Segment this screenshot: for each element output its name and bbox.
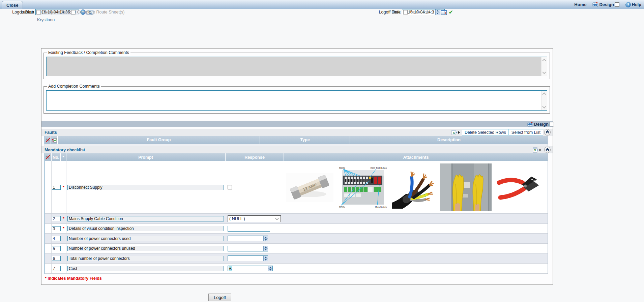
design-bar-checkbox[interactable] <box>550 122 554 126</box>
collapse-faults-icon[interactable] <box>544 129 551 135</box>
expand-arrow-icon[interactable] <box>539 149 541 151</box>
mandatory-star: * <box>61 214 66 223</box>
mandatory-star <box>61 244 66 253</box>
complete-route-checkbox[interactable] <box>71 10 76 14</box>
excel-export-icon[interactable]: X <box>533 147 539 153</box>
design-icon <box>592 2 598 7</box>
response-number-input[interactable] <box>228 236 268 241</box>
svg-text:RCD Test Button: RCD Test Button <box>371 167 387 169</box>
svg-text:X: X <box>453 131 455 134</box>
logon-date-label: Logon Date <box>0 10 35 14</box>
complete-route-label: Complete Route Sheet(s) <box>77 10 124 14</box>
add-comments-textarea[interactable] <box>46 90 547 111</box>
number-spinner[interactable] <box>263 246 268 251</box>
mandatory-fields-note: * Indicates Mandatory Fields <box>41 274 553 284</box>
checklist-row-6: 6 <box>45 253 548 264</box>
header-form: Labour ? Krystiano Job Logon Date Comple… <box>0 9 644 48</box>
collapse-checklist-icon[interactable] <box>544 147 551 153</box>
prompt-input[interactable] <box>67 266 224 271</box>
number-spinner[interactable] <box>263 256 268 261</box>
prompt-input[interactable] <box>67 236 224 241</box>
main-panel: Existing Feedback / Completion Comments … <box>41 48 553 285</box>
prompt-input[interactable] <box>67 216 224 221</box>
checklist-grid: No. * Prompt Response Attachments 1 * <box>45 153 548 274</box>
complete-task-checkbox[interactable] <box>36 10 41 14</box>
checklist-col-response[interactable]: Response <box>226 153 284 161</box>
attachment-fuse-photo[interactable]: 13 AMP <box>286 173 333 202</box>
response-currency-input[interactable]: £ <box>228 266 273 271</box>
faults-col-type[interactable]: Type <box>260 136 350 144</box>
home-link[interactable]: Home <box>574 2 586 7</box>
attachment-wire-strippers-photo[interactable] <box>494 172 542 203</box>
response-select[interactable]: ( NULL ) <box>228 215 281 222</box>
checklist-row-1: 1 * 13 AMP <box>45 161 548 214</box>
select-rows-icon[interactable] <box>51 136 58 144</box>
topbar-links: Home Design ? Help <box>574 0 641 9</box>
attachment-insulated-gloves-photo[interactable] <box>440 163 492 211</box>
prompt-input[interactable] <box>67 226 224 231</box>
close-button[interactable]: Close <box>2 1 23 9</box>
help-link[interactable]: Help <box>632 2 641 7</box>
complete-task-label: Complete Task <box>42 10 70 14</box>
existing-comments-fieldset: Existing Feedback / Completion Comments <box>43 50 550 79</box>
row-number[interactable]: 5 <box>52 246 61 251</box>
row-number[interactable]: 4 <box>52 236 61 241</box>
chevron-down-icon <box>275 216 279 220</box>
row-number[interactable]: 3 <box>52 226 61 231</box>
response-number-input[interactable] <box>228 246 268 251</box>
design-bar: Design <box>41 121 553 127</box>
checklist-row-3: 3 * <box>45 224 548 234</box>
selected-text: £ <box>229 266 232 271</box>
design-bar-label[interactable]: Design <box>534 122 549 127</box>
logoff-button[interactable]: Logoff <box>208 294 231 301</box>
row-number[interactable]: 1 <box>52 185 61 190</box>
response-text-input[interactable] <box>228 226 270 232</box>
response-checkbox[interactable] <box>228 185 232 189</box>
date-valid-check-icon: ✔ <box>449 9 453 15</box>
checklist-col-no[interactable]: No. <box>52 153 61 161</box>
number-spinner[interactable] <box>268 266 272 271</box>
response-number-input[interactable] <box>228 255 268 261</box>
delete-selected-rows-button[interactable]: Delete Selected Rows <box>462 129 509 135</box>
checklist-col-star: * <box>61 153 66 161</box>
checklist-col-prompt[interactable]: Prompt <box>66 153 226 161</box>
attachment-consumer-unit-diagram[interactable]: MCBs RCD Test Button RCDs Main Switch <box>336 166 389 209</box>
labour-display-name: Krystiano <box>37 18 55 22</box>
number-spinner[interactable] <box>263 236 268 241</box>
prompt-input[interactable] <box>67 246 224 251</box>
retain-job-label: Retain Job <box>409 10 429 14</box>
svg-text:X: X <box>534 149 536 152</box>
sort-disabled-icon <box>45 153 52 161</box>
checklist-row-5: 5 <box>45 244 548 253</box>
scrollbar[interactable] <box>541 57 547 76</box>
sort-disabled-icon <box>45 136 51 144</box>
expand-arrow-icon[interactable] <box>458 131 460 134</box>
add-comments-legend: Add Completion Comments <box>47 84 101 89</box>
mandatory-star: * <box>61 161 66 213</box>
prompt-input[interactable] <box>67 185 224 190</box>
retain-job-checkbox[interactable] <box>403 10 408 14</box>
checklist-row-2: 2 * ( NULL ) <box>45 214 548 224</box>
checklist-col-attachments[interactable]: Attachments <box>284 153 548 161</box>
scrollbar[interactable] <box>541 91 547 110</box>
row-number[interactable]: 6 <box>52 256 61 261</box>
help-icon: ? <box>625 2 631 7</box>
svg-text:RCDs: RCDs <box>339 206 345 208</box>
logoff-date-spinner[interactable] <box>435 9 440 15</box>
select-from-list-button[interactable]: Select from List <box>509 129 543 135</box>
calendar-icon[interactable] <box>441 9 447 15</box>
mandatory-star: * <box>61 224 66 233</box>
faults-col-description[interactable]: Description <box>350 136 548 144</box>
faults-title: Faults <box>45 130 57 135</box>
row-number[interactable]: 2 <box>52 216 61 221</box>
attachment-cable-photo[interactable] <box>392 166 437 209</box>
faults-col-fault-group[interactable]: Fault Group <box>58 136 260 144</box>
mandatory-star <box>61 234 66 243</box>
svg-text:Main Switch: Main Switch <box>375 206 387 208</box>
excel-export-icon[interactable]: X <box>451 130 458 135</box>
row-number[interactable]: 7 <box>52 266 61 271</box>
prompt-input[interactable] <box>67 256 224 261</box>
design-checkbox[interactable] <box>615 2 619 7</box>
design-link[interactable]: Design <box>599 2 614 7</box>
checklist-title: Mandatory checklist <box>45 148 85 152</box>
